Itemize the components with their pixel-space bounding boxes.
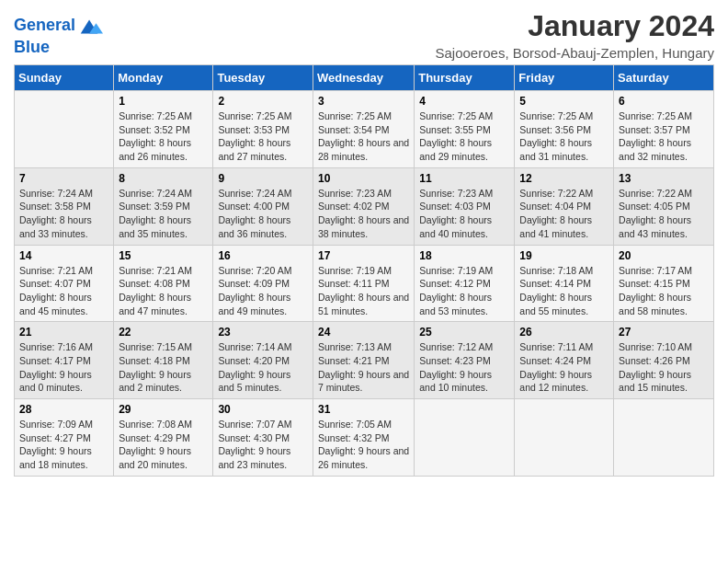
day-number: 3 <box>318 95 409 108</box>
calendar-cell: 16Sunrise: 7:20 AMSunset: 4:09 PMDayligh… <box>213 245 313 322</box>
cell-content: Sunrise: 7:05 AMSunset: 4:32 PMDaylight:… <box>318 418 409 472</box>
main-title: January 2024 <box>436 9 715 43</box>
cell-content: Sunrise: 7:23 AMSunset: 4:03 PMDaylight:… <box>419 187 509 241</box>
logo-icon <box>77 13 103 39</box>
cell-content: Sunrise: 7:24 AMSunset: 4:00 PMDaylight:… <box>218 187 308 241</box>
day-number: 25 <box>419 326 509 339</box>
logo-text: General <box>14 17 75 35</box>
cell-content: Sunrise: 7:13 AMSunset: 4:21 PMDaylight:… <box>318 340 409 395</box>
day-number: 26 <box>519 326 609 339</box>
cell-content: Sunrise: 7:12 AMSunset: 4:23 PMDaylight:… <box>419 340 509 395</box>
calendar-cell: 13Sunrise: 7:22 AMSunset: 4:05 PMDayligh… <box>614 167 714 245</box>
cell-content: Sunrise: 7:18 AMSunset: 4:14 PMDaylight:… <box>519 264 609 318</box>
day-number: 10 <box>318 172 409 185</box>
header: General Blue January 2024 Sajooeroes, Bo… <box>14 9 714 61</box>
cell-content: Sunrise: 7:22 AMSunset: 4:05 PMDaylight:… <box>619 187 709 241</box>
cell-content: Sunrise: 7:24 AMSunset: 3:59 PMDaylight:… <box>119 187 208 241</box>
calendar-cell: 7Sunrise: 7:24 AMSunset: 3:58 PMDaylight… <box>15 167 114 245</box>
calendar-cell: 18Sunrise: 7:19 AMSunset: 4:12 PMDayligh… <box>415 245 515 322</box>
day-number: 11 <box>419 172 509 185</box>
calendar-week-4: 21Sunrise: 7:16 AMSunset: 4:17 PMDayligh… <box>15 322 714 399</box>
cell-content: Sunrise: 7:08 AMSunset: 4:29 PMDaylight:… <box>119 418 208 472</box>
header-friday: Friday <box>515 65 614 91</box>
day-number: 21 <box>19 326 108 339</box>
calendar-cell: 26Sunrise: 7:11 AMSunset: 4:24 PMDayligh… <box>515 322 614 399</box>
calendar-cell: 24Sunrise: 7:13 AMSunset: 4:21 PMDayligh… <box>313 322 414 399</box>
day-number: 8 <box>119 172 208 185</box>
header-wednesday: Wednesday <box>313 65 414 91</box>
cell-content: Sunrise: 7:19 AMSunset: 4:11 PMDaylight:… <box>318 264 409 318</box>
calendar-cell: 11Sunrise: 7:23 AMSunset: 4:03 PMDayligh… <box>415 167 515 245</box>
calendar-cell: 5Sunrise: 7:25 AMSunset: 3:56 PMDaylight… <box>515 91 614 168</box>
cell-content: Sunrise: 7:25 AMSunset: 3:54 PMDaylight:… <box>318 109 409 164</box>
day-number: 24 <box>318 326 409 339</box>
calendar-cell: 27Sunrise: 7:10 AMSunset: 4:26 PMDayligh… <box>614 322 714 399</box>
day-number: 14 <box>19 249 108 262</box>
calendar-cell: 9Sunrise: 7:24 AMSunset: 4:00 PMDaylight… <box>213 167 313 245</box>
day-number: 29 <box>119 403 208 416</box>
cell-content: Sunrise: 7:19 AMSunset: 4:12 PMDaylight:… <box>419 264 509 318</box>
calendar-cell: 23Sunrise: 7:14 AMSunset: 4:20 PMDayligh… <box>213 322 313 399</box>
cell-content: Sunrise: 7:25 AMSunset: 3:57 PMDaylight:… <box>619 109 709 164</box>
day-number: 22 <box>119 326 208 339</box>
cell-content: Sunrise: 7:25 AMSunset: 3:52 PMDaylight:… <box>119 109 208 164</box>
day-number: 15 <box>119 249 208 262</box>
calendar-cell <box>15 91 114 168</box>
calendar-cell: 21Sunrise: 7:16 AMSunset: 4:17 PMDayligh… <box>15 322 114 399</box>
day-number: 2 <box>218 95 308 108</box>
cell-content: Sunrise: 7:14 AMSunset: 4:20 PMDaylight:… <box>218 340 308 395</box>
cell-content: Sunrise: 7:17 AMSunset: 4:15 PMDaylight:… <box>619 264 709 318</box>
cell-content: Sunrise: 7:20 AMSunset: 4:09 PMDaylight:… <box>218 264 308 318</box>
day-number: 7 <box>19 172 108 185</box>
cell-content: Sunrise: 7:16 AMSunset: 4:17 PMDaylight:… <box>19 340 108 395</box>
calendar-table: SundayMondayTuesdayWednesdayThursdayFrid… <box>14 64 714 477</box>
logo-line2: Blue <box>14 39 103 57</box>
calendar-cell: 6Sunrise: 7:25 AMSunset: 3:57 PMDaylight… <box>614 91 714 168</box>
calendar-cell <box>415 399 515 477</box>
day-number: 27 <box>619 326 709 339</box>
day-number: 28 <box>19 403 108 416</box>
cell-content: Sunrise: 7:23 AMSunset: 4:02 PMDaylight:… <box>318 187 409 241</box>
calendar-week-1: 1Sunrise: 7:25 AMSunset: 3:52 PMDaylight… <box>15 91 714 168</box>
logo: General Blue <box>14 13 103 57</box>
day-number: 16 <box>218 249 308 262</box>
day-number: 9 <box>218 172 308 185</box>
calendar-cell: 17Sunrise: 7:19 AMSunset: 4:11 PMDayligh… <box>313 245 414 322</box>
calendar-cell <box>515 399 614 477</box>
subtitle: Sajooeroes, Borsod-Abauj-Zemplen, Hungar… <box>436 45 715 61</box>
calendar-cell: 8Sunrise: 7:24 AMSunset: 3:59 PMDaylight… <box>114 167 213 245</box>
calendar-cell: 15Sunrise: 7:21 AMSunset: 4:08 PMDayligh… <box>114 245 213 322</box>
calendar-week-3: 14Sunrise: 7:21 AMSunset: 4:07 PMDayligh… <box>15 245 714 322</box>
calendar-cell: 31Sunrise: 7:05 AMSunset: 4:32 PMDayligh… <box>313 399 414 477</box>
calendar-cell: 22Sunrise: 7:15 AMSunset: 4:18 PMDayligh… <box>114 322 213 399</box>
cell-content: Sunrise: 7:25 AMSunset: 3:55 PMDaylight:… <box>419 109 509 164</box>
cell-content: Sunrise: 7:21 AMSunset: 4:07 PMDaylight:… <box>19 264 108 318</box>
calendar-cell <box>614 399 714 477</box>
day-number: 4 <box>419 95 509 108</box>
day-number: 18 <box>419 249 509 262</box>
calendar-cell: 3Sunrise: 7:25 AMSunset: 3:54 PMDaylight… <box>313 91 414 168</box>
calendar-cell: 2Sunrise: 7:25 AMSunset: 3:53 PMDaylight… <box>213 91 313 168</box>
header-thursday: Thursday <box>415 65 515 91</box>
cell-content: Sunrise: 7:24 AMSunset: 3:58 PMDaylight:… <box>19 187 108 241</box>
day-number: 20 <box>619 249 709 262</box>
calendar-header-row: SundayMondayTuesdayWednesdayThursdayFrid… <box>15 65 714 91</box>
calendar-cell: 1Sunrise: 7:25 AMSunset: 3:52 PMDaylight… <box>114 91 213 168</box>
calendar-cell: 14Sunrise: 7:21 AMSunset: 4:07 PMDayligh… <box>15 245 114 322</box>
cell-content: Sunrise: 7:22 AMSunset: 4:04 PMDaylight:… <box>519 187 609 241</box>
cell-content: Sunrise: 7:25 AMSunset: 3:53 PMDaylight:… <box>218 109 308 164</box>
calendar-cell: 28Sunrise: 7:09 AMSunset: 4:27 PMDayligh… <box>15 399 114 477</box>
title-area: January 2024 Sajooeroes, Borsod-Abauj-Ze… <box>436 9 715 61</box>
day-number: 23 <box>218 326 308 339</box>
cell-content: Sunrise: 7:09 AMSunset: 4:27 PMDaylight:… <box>19 418 108 472</box>
day-number: 6 <box>619 95 709 108</box>
cell-content: Sunrise: 7:10 AMSunset: 4:26 PMDaylight:… <box>619 340 709 395</box>
day-number: 17 <box>318 249 409 262</box>
calendar-cell: 29Sunrise: 7:08 AMSunset: 4:29 PMDayligh… <box>114 399 213 477</box>
calendar-cell: 4Sunrise: 7:25 AMSunset: 3:55 PMDaylight… <box>415 91 515 168</box>
header-monday: Monday <box>114 65 213 91</box>
day-number: 13 <box>619 172 709 185</box>
cell-content: Sunrise: 7:21 AMSunset: 4:08 PMDaylight:… <box>119 264 208 318</box>
day-number: 12 <box>519 172 609 185</box>
calendar-cell: 10Sunrise: 7:23 AMSunset: 4:02 PMDayligh… <box>313 167 414 245</box>
